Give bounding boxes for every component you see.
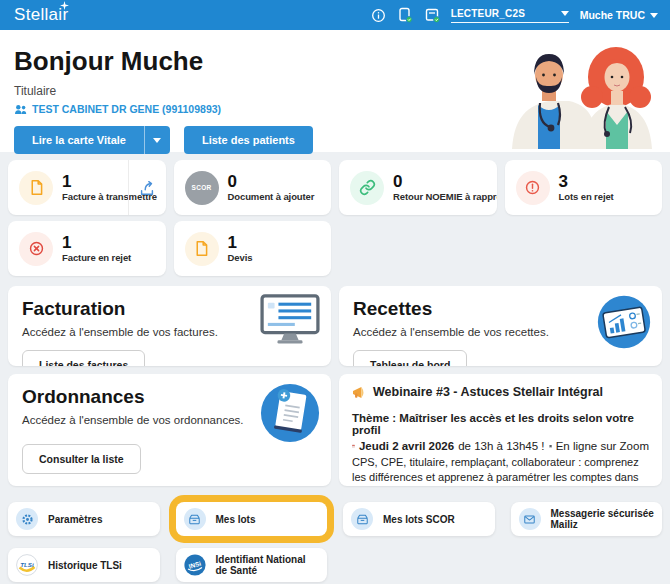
stat-card-documents-scor[interactable]: SCOR 0 Document à ajouter xyxy=(174,160,332,215)
empty-cell xyxy=(343,548,495,582)
tlsi-logo: TLSi xyxy=(16,554,38,576)
shortcut-label: Identifiant National de Santé xyxy=(216,554,320,576)
read-vitale-split-button: Lire la carte Vitale xyxy=(14,126,170,154)
stat-label: Document à ajouter xyxy=(228,191,315,202)
shortcut-parametres[interactable]: Paramètres xyxy=(8,502,160,536)
shortcut-label: Mes lots SCOR xyxy=(383,514,455,525)
app-logo: Stellair xyxy=(14,5,68,25)
scor-icon: SCOR xyxy=(185,171,219,205)
shortcut-label: Paramètres xyxy=(48,514,102,525)
stat-card-facture-en-rejet[interactable]: 1 Facture en rejet xyxy=(8,221,166,276)
stat-label: Devis xyxy=(228,252,253,263)
stat-value: 1 xyxy=(228,234,253,252)
read-vitale-dropdown[interactable] xyxy=(144,126,170,154)
stat-value: 0 xyxy=(393,173,497,191)
transmit-icon[interactable] xyxy=(128,160,166,215)
reader-select-value: LECTEUR_C2S xyxy=(451,8,525,19)
monitor-illustration xyxy=(259,294,321,350)
shortcut-label: Messagerie sécurisée Mailiz xyxy=(551,508,655,530)
stat-value: 0 xyxy=(228,173,315,191)
info-icon[interactable] xyxy=(371,8,386,23)
alert-icon xyxy=(516,171,550,205)
sparkle-icon xyxy=(60,1,69,10)
chevron-down-icon xyxy=(153,138,161,143)
webinar-time: de 13h à 13h45 ! xyxy=(458,440,544,452)
cps-card-status-icon[interactable] xyxy=(397,7,413,23)
shortcuts-grid: Paramètres Mes lots Mes lots SCOR Messag… xyxy=(0,486,670,582)
stat-label: Retour NOEMIE à rapprocher xyxy=(393,191,497,202)
laptop-icon xyxy=(549,441,552,452)
topbar: Stellair LECTEUR_C2S Muche TRUC xyxy=(0,0,670,30)
stat-value: 3 xyxy=(559,173,614,191)
shortcut-messagerie-mailiz[interactable]: Messagerie sécurisée Mailiz xyxy=(511,502,663,536)
tlsi-logo-text: TLSi xyxy=(20,561,34,568)
cross-circle-icon xyxy=(19,232,53,266)
shortcut-label: Mes lots xyxy=(216,514,256,525)
scor-badge-text: SCOR xyxy=(192,184,212,191)
link-icon xyxy=(350,171,384,205)
gear-icon xyxy=(16,508,38,530)
recettes-card: Recettes Accédez à l'ensemble de vos rec… xyxy=(339,286,662,366)
lots-box-icon xyxy=(184,508,206,530)
webinar-location: En ligne sur Zoom xyxy=(556,440,649,452)
document-icon xyxy=(19,171,53,205)
shortcut-mes-lots[interactable]: Mes lots xyxy=(176,502,328,536)
chevron-down-icon xyxy=(561,11,569,16)
stat-value: 1 xyxy=(62,234,131,252)
patients-list-button[interactable]: Liste des patients xyxy=(184,126,313,154)
webinar-description: CPS, CPE, titulaire, remplaçant, collabo… xyxy=(352,455,649,486)
dashboard-illustration xyxy=(596,294,652,354)
lots-box-icon xyxy=(351,508,373,530)
prescription-illustration xyxy=(259,382,321,448)
megaphone-icon xyxy=(352,386,367,399)
webinar-card: Webinaire #3 - Astuces Stellair Intégral… xyxy=(339,374,662,486)
people-icon xyxy=(14,104,27,115)
stat-card-factures-a-transmettre[interactable]: 1 Facture à transmettre xyxy=(8,160,166,215)
stat-label: Lots en rejet xyxy=(559,191,614,202)
shortcut-mes-lots-scor[interactable]: Mes lots SCOR xyxy=(343,502,495,536)
stat-card-devis[interactable]: 1 Devis xyxy=(174,221,332,276)
shortcut-identifiant-national-sante[interactable]: INSi Identifiant National de Santé xyxy=(176,548,328,582)
insi-logo: INSi xyxy=(184,554,206,576)
card-reader-status-icon[interactable] xyxy=(424,7,440,23)
webinar-title: Webinaire #3 - Astuces Stellair Intégral xyxy=(373,385,603,399)
chevron-down-icon xyxy=(650,13,658,18)
webinar-date: Jeudi 2 avril 2026 xyxy=(359,440,454,452)
stat-value: 1 xyxy=(62,173,128,191)
tableau-de-bord-button[interactable]: Tableau de bord xyxy=(353,350,467,366)
user-menu[interactable]: Muche TRUC xyxy=(580,9,658,21)
empty-cell xyxy=(511,548,663,582)
read-vitale-button[interactable]: Lire la carte Vitale xyxy=(14,126,144,154)
stats-grid: 1 Facture à transmettre SCOR 0 Document … xyxy=(0,152,670,276)
doctors-illustration xyxy=(494,35,664,149)
stat-card-retour-noemie[interactable]: 0 Retour NOEMIE à rapprocher xyxy=(339,160,497,215)
consulter-liste-button[interactable]: Consulter la liste xyxy=(22,444,141,474)
hero-section: Bonjour Muche Titulaire TEST CABINET DR … xyxy=(0,30,670,152)
stat-label: Facture en rejet xyxy=(62,252,131,263)
reader-select[interactable]: LECTEUR_C2S xyxy=(451,8,569,23)
stat-card-lots-en-rejet[interactable]: 3 Lots en rejet xyxy=(505,160,663,215)
document-icon xyxy=(185,232,219,266)
webinar-theme-label: Thème : xyxy=(352,412,399,424)
ordonnances-card: Ordonnances Accédez à l'ensemble de vos … xyxy=(8,374,331,486)
facturation-card: Facturation Accédez à l'ensemble de vos … xyxy=(8,286,331,366)
user-menu-label: Muche TRUC xyxy=(580,9,645,21)
shortcut-historique-tlsi[interactable]: TLSi Historique TLSi xyxy=(8,548,160,582)
shortcut-label: Historique TLSi xyxy=(48,560,122,571)
cabinet-link-label: TEST CABINET DR GENE (991109893) xyxy=(32,103,221,115)
mail-icon xyxy=(519,508,541,530)
sections-grid: Facturation Accédez à l'ensemble de vos … xyxy=(0,276,670,486)
stat-label: Facture à transmettre xyxy=(62,191,128,202)
factures-list-button[interactable]: Liste des factures xyxy=(22,350,145,366)
calendar-icon xyxy=(352,440,355,452)
